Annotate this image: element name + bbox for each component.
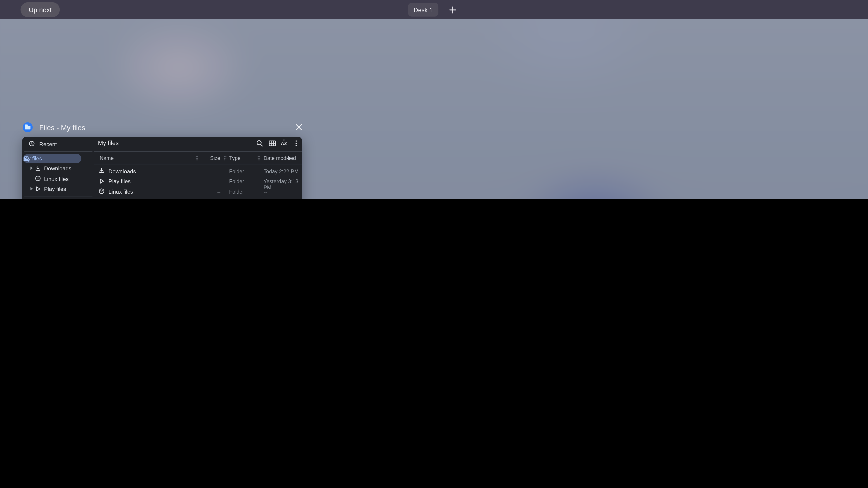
grid-view-button[interactable] (268, 139, 277, 148)
file-date-modified: Today 2:22 PM (264, 168, 299, 174)
more-vert-icon (292, 139, 300, 147)
folder-icon (25, 126, 30, 129)
up-next-button[interactable]: Up next (21, 2, 60, 17)
sidebar-divider (24, 196, 92, 196)
files-window[interactable]: Recent My files Downloads Linux files (22, 137, 302, 199)
grid-view-icon (268, 139, 276, 147)
more-menu-button[interactable] (292, 139, 301, 148)
file-type: Folder (229, 178, 244, 184)
chevron-right-icon[interactable] (31, 187, 33, 191)
file-row-linux-files[interactable]: Linux files – Folder -- (94, 186, 302, 196)
close-window-button[interactable] (293, 121, 305, 133)
search-button[interactable] (255, 139, 264, 148)
column-header-type[interactable]: Type (229, 155, 241, 161)
close-icon (295, 123, 303, 131)
sidebar-item-label: Play files (44, 186, 66, 192)
new-desk-button[interactable] (446, 3, 460, 17)
clock-icon (29, 140, 35, 147)
sidebar-item-play-files[interactable]: Play files (22, 183, 94, 194)
chevron-right-icon[interactable] (31, 166, 33, 170)
sidebar-item-linux-files[interactable]: Linux files (22, 173, 94, 184)
window-overview-header: Files - My files (22, 121, 302, 135)
file-row-downloads[interactable]: Downloads – Folder Today 2:22 PM (94, 166, 302, 176)
file-type: Folder (229, 168, 244, 174)
file-size: – (205, 178, 220, 184)
plus-icon (449, 6, 457, 13)
file-date-modified: -- (264, 188, 267, 195)
sidebar-item-downloads[interactable]: Downloads (22, 163, 94, 174)
sort-descending-icon[interactable] (286, 155, 291, 160)
column-separator-icon[interactable] (195, 156, 198, 160)
play-icon (35, 186, 41, 192)
sidebar-divider (24, 151, 92, 151)
download-icon (99, 168, 105, 174)
sidebar-item-recent[interactable]: Recent (22, 138, 94, 149)
sort-button[interactable]: AZ (279, 139, 288, 148)
penguin-icon (35, 175, 41, 182)
files-app-icon (23, 122, 33, 132)
column-separator-icon[interactable] (257, 156, 260, 160)
file-name: Play files (108, 178, 131, 184)
sidebar-item-google-drive[interactable]: Google Drive (22, 197, 94, 199)
table-header: Name Size Type Date modified (94, 153, 302, 163)
sort-az-icon: AZ (281, 141, 287, 146)
download-icon (35, 165, 41, 171)
file-name: Linux files (108, 188, 133, 195)
content-divider (94, 164, 302, 164)
file-name: Downloads (108, 168, 136, 174)
column-header-size[interactable]: Size (205, 155, 220, 161)
file-size: – (205, 168, 220, 174)
search-icon (256, 139, 264, 147)
sidebar-item-label: Linux files (44, 176, 69, 182)
file-size: – (205, 188, 220, 195)
file-type: Folder (229, 188, 244, 195)
play-icon (99, 178, 105, 184)
desk-tab[interactable]: Desk 1 (408, 3, 438, 17)
sidebar-item-my-files[interactable]: My files (23, 154, 82, 163)
content-divider (94, 151, 302, 151)
current-folder-title: My files (98, 139, 119, 146)
window-title: Files - My files (39, 121, 85, 134)
sidebar-item-label: Downloads (44, 165, 71, 171)
chromeos-overview-screen: Up next Desk 1 Files - My files Recent (0, 0, 868, 199)
file-row-play-files[interactable]: Play files – Folder Yesterday 3:13 PM (94, 176, 302, 186)
sidebar-item-label: Recent (39, 141, 57, 147)
column-header-name[interactable]: Name (100, 155, 114, 161)
column-separator-icon[interactable] (224, 156, 226, 160)
desks-bar: Up next Desk 1 (0, 0, 868, 19)
penguin-icon (99, 188, 105, 194)
sidebar-item-label: My files (23, 156, 42, 162)
